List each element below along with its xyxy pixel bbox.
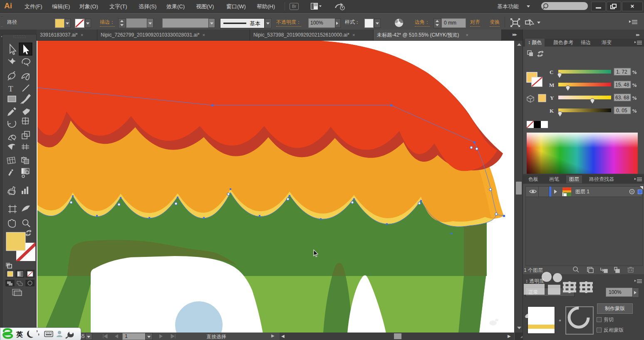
svg-text:M: M [549,82,554,88]
svg-text:T: T [8,84,13,93]
svg-text:1. 72: 1. 72 [616,69,627,75]
svg-text:%: % [632,69,637,75]
svg-text:%: % [632,82,637,88]
svg-text:英: 英 [16,331,23,338]
svg-text:63. 68: 63. 68 [615,95,629,101]
svg-text:15. 48: 15. 48 [615,82,629,88]
svg-text:K: K [550,108,554,114]
svg-text:C: C [550,69,553,75]
svg-text:基本: 基本 [250,20,260,27]
svg-text:Y: Y [550,95,554,101]
svg-text:0. 05: 0. 05 [616,108,627,113]
svg-text:%: % [632,108,637,114]
svg-text:%: % [632,95,637,101]
svg-text:’,: ’, [36,329,40,336]
